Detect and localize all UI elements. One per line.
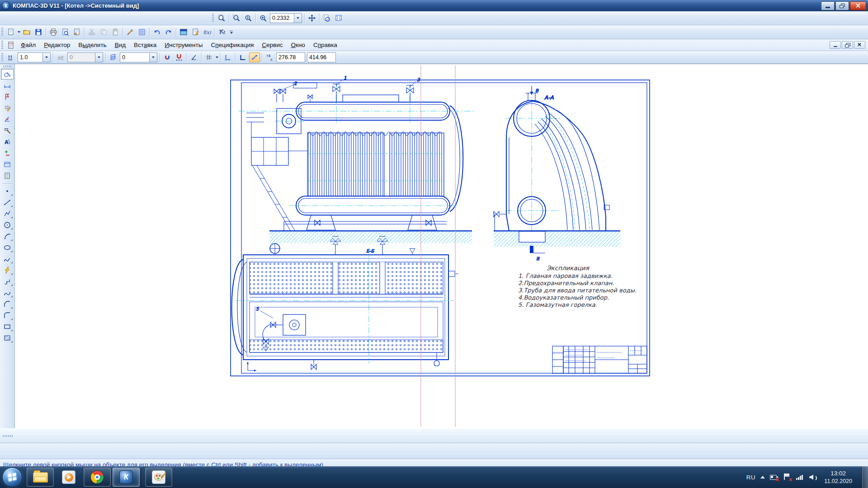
tool-fast-input-button[interactable] bbox=[1, 265, 14, 276]
global-snaps-button[interactable] bbox=[162, 52, 173, 62]
menu-Окно[interactable]: Окно bbox=[287, 40, 309, 50]
panel-selection-button[interactable]: A bbox=[1, 136, 14, 147]
panel-insert-button[interactable] bbox=[1, 170, 14, 181]
menu-Инструменты[interactable]: Инструменты bbox=[160, 40, 207, 50]
tool-point-button[interactable] bbox=[1, 186, 14, 197]
variables-fx-button[interactable]: f(x) bbox=[202, 27, 212, 37]
minimize-button[interactable] bbox=[821, 1, 835, 10]
hidden-icons-button[interactable] bbox=[760, 476, 765, 479]
property-panel-row[interactable] bbox=[0, 428, 868, 443]
action-center-icon[interactable] bbox=[783, 474, 791, 481]
scale-value[interactable]: 0.2332 bbox=[270, 15, 294, 21]
menu-Выделить[interactable]: Выделить bbox=[74, 40, 110, 50]
show-all-button[interactable] bbox=[333, 13, 344, 23]
zoom-rect-button[interactable] bbox=[258, 13, 269, 23]
menu-Файл[interactable]: Файл bbox=[17, 40, 40, 50]
property-panel-row[interactable] bbox=[0, 443, 868, 459]
panel-parametrization-button[interactable] bbox=[1, 114, 14, 125]
format-brush-button[interactable] bbox=[125, 27, 136, 37]
tool-fillet-button[interactable] bbox=[1, 310, 14, 321]
tool-bezier-button[interactable] bbox=[1, 287, 14, 298]
panel-grip[interactable] bbox=[3, 435, 13, 437]
save-document-button[interactable] bbox=[33, 27, 44, 37]
tool-polyline-button[interactable] bbox=[1, 208, 14, 219]
toolbar-overflow-button[interactable] bbox=[229, 28, 234, 37]
current-layer-icon[interactable] bbox=[108, 52, 118, 62]
tool-chamfer-button[interactable] bbox=[1, 299, 14, 310]
panel-grip[interactable] bbox=[3, 66, 11, 67]
window-layout-button[interactable] bbox=[178, 27, 189, 37]
menu-Вид[interactable]: Вид bbox=[111, 40, 130, 50]
toolbar-grip[interactable] bbox=[1, 41, 3, 50]
document-menu-icon[interactable] bbox=[5, 40, 16, 50]
zoom-area-button[interactable] bbox=[231, 13, 242, 23]
document-close-button[interactable] bbox=[854, 41, 865, 49]
panel-editing-button[interactable] bbox=[1, 103, 14, 113]
show-desktop-button[interactable] bbox=[862, 466, 868, 488]
taskbar-paint-button[interactable] bbox=[145, 468, 172, 487]
panel-reports-button[interactable] bbox=[1, 159, 14, 170]
clock[interactable]: 13:02 11.02.2020 bbox=[822, 469, 854, 485]
menu-Сервис[interactable]: Сервис bbox=[258, 40, 287, 50]
open-document-button[interactable] bbox=[21, 27, 32, 37]
current-layer-combo[interactable]: 0 bbox=[120, 52, 157, 62]
taskbar-media-player-button[interactable] bbox=[56, 468, 82, 486]
panel-designations-button[interactable] bbox=[1, 91, 14, 102]
document-restore-button[interactable] bbox=[842, 41, 853, 49]
step-combo-dropdown[interactable] bbox=[42, 53, 50, 62]
menu-Спецификация[interactable]: Спецификация bbox=[207, 40, 258, 50]
tool-circle-button[interactable] bbox=[1, 220, 14, 230]
new-document-button[interactable] bbox=[5, 27, 16, 37]
current-layer-dropdown[interactable] bbox=[149, 53, 157, 62]
app-icon[interactable]: К bbox=[2, 1, 10, 10]
x-coordinate-input[interactable]: 276.78 bbox=[276, 52, 305, 62]
panel-specification-button[interactable] bbox=[1, 148, 14, 159]
taskbar-chrome-button[interactable] bbox=[84, 468, 111, 487]
start-button[interactable] bbox=[2, 467, 22, 487]
local-cs-button[interactable] bbox=[222, 52, 233, 62]
y-coordinate-input[interactable]: 414.96 bbox=[307, 52, 336, 62]
taskbar-explorer-button[interactable] bbox=[27, 468, 54, 487]
refresh-view-button[interactable] bbox=[321, 13, 332, 23]
network-icon[interactable] bbox=[796, 474, 804, 481]
context-help-button[interactable]: ? bbox=[217, 27, 227, 37]
point-snaps-button[interactable] bbox=[249, 52, 260, 62]
tool-rectangle-button[interactable] bbox=[1, 321, 14, 332]
grid-toggle-button[interactable] bbox=[203, 52, 214, 62]
import-document-button[interactable] bbox=[71, 27, 82, 37]
print-button[interactable] bbox=[48, 27, 59, 37]
scale-combo[interactable]: 0.2332 bbox=[270, 13, 302, 23]
spreadsheet-button[interactable] bbox=[137, 27, 147, 37]
tool-connected-lines-button[interactable] bbox=[1, 276, 14, 287]
ortho-mode-button[interactable] bbox=[237, 52, 248, 62]
tool-arc-button[interactable] bbox=[1, 231, 14, 242]
document-manager-button[interactable] bbox=[190, 27, 201, 37]
current-layer-value[interactable]: 0 bbox=[120, 54, 149, 61]
zoom-in-out-button[interactable] bbox=[243, 13, 254, 23]
volume-icon[interactable] bbox=[809, 474, 817, 481]
toolbar-grip[interactable] bbox=[1, 53, 3, 62]
taskbar-kompas-button[interactable]: К bbox=[113, 468, 140, 487]
panel-geometry-button[interactable] bbox=[1, 69, 14, 80]
drawing-canvas[interactable]: 2 1 3 bbox=[15, 64, 868, 428]
document-minimize-button[interactable] bbox=[830, 41, 841, 49]
toolbar-grip[interactable] bbox=[1, 28, 3, 37]
print-preview-button[interactable] bbox=[60, 27, 71, 37]
menu-Вставка[interactable]: Вставка bbox=[130, 40, 160, 50]
close-button[interactable] bbox=[850, 1, 866, 10]
battery-icon[interactable] bbox=[770, 474, 778, 481]
toolbar-grip[interactable] bbox=[212, 14, 214, 23]
scale-combo-dropdown[interactable] bbox=[294, 14, 302, 23]
language-indicator[interactable]: RU bbox=[746, 474, 756, 481]
panel-dimensions-button[interactable] bbox=[1, 80, 14, 91]
menu-Редактор[interactable]: Редактор bbox=[40, 40, 74, 50]
step-combo[interactable]: 1.0 bbox=[18, 52, 51, 62]
tool-segment-button[interactable] bbox=[1, 197, 14, 208]
undo-button[interactable] bbox=[151, 27, 162, 37]
restore-button[interactable] bbox=[835, 1, 849, 10]
step-value[interactable]: 1.0 bbox=[18, 54, 42, 61]
panel-measurements-button[interactable] bbox=[1, 125, 14, 136]
redo-button[interactable] bbox=[163, 27, 174, 37]
snap-settings-button[interactable] bbox=[174, 52, 184, 62]
grid-dropdown[interactable] bbox=[215, 53, 219, 62]
